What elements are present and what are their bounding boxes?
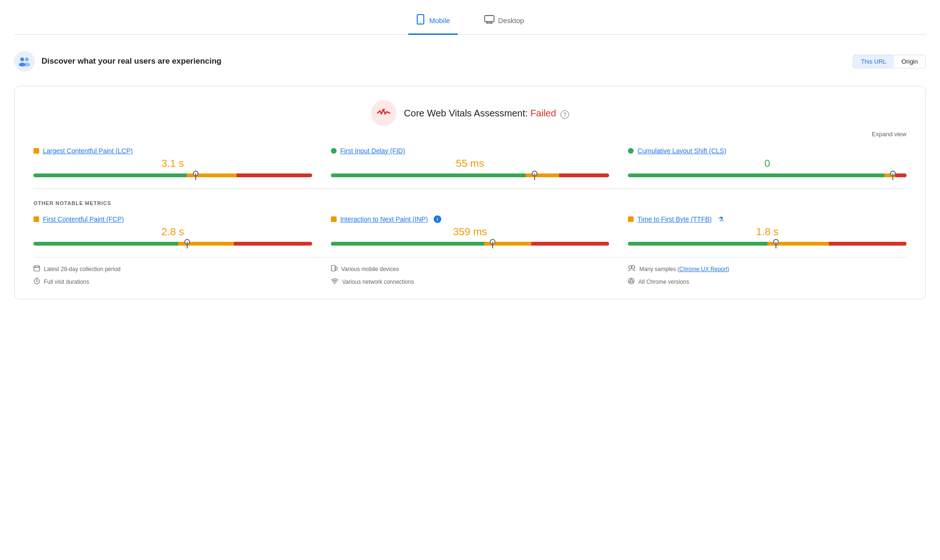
footer-visit-text: Full visit durations xyxy=(44,279,89,285)
footer-mobile-text: Various mobile devices xyxy=(341,266,399,272)
metric-ttfb-label: Time to First Byte (TTFB) ⚗ xyxy=(628,215,907,223)
tab-mobile-label: Mobile xyxy=(429,16,450,25)
svg-line-26 xyxy=(633,281,634,282)
core-metrics-grid: Largest Contentful Paint (LCP) 3.1 s Fir… xyxy=(33,147,907,177)
assessment-header: Core Web Vitals Assessment: Failed ? xyxy=(33,100,907,126)
svg-point-1 xyxy=(420,22,421,23)
metric-ttfb-bar xyxy=(628,242,907,246)
metric-fid-name[interactable]: First Input Delay (FID) xyxy=(340,147,405,155)
metric-lcp-label: Largest Contentful Paint (LCP) xyxy=(33,147,312,155)
metric-inp: Interaction to Next Paint (INP) i 359 ms xyxy=(331,215,610,246)
footer-samples: Many samples (Chrome UX Report) xyxy=(628,265,907,273)
failed-vitals-icon xyxy=(377,107,391,119)
metric-cls-name[interactable]: Cumulative Layout Shift (CLS) xyxy=(637,147,726,155)
metric-fcp-value: 2.8 s xyxy=(33,226,312,238)
network-icon xyxy=(331,278,338,286)
footer-mobile-devices: Various mobile devices xyxy=(331,265,610,273)
ttfb-bar-red xyxy=(829,242,907,246)
metric-cls-dot xyxy=(628,148,634,154)
footer: Latest 28-day collection period Various … xyxy=(33,257,907,286)
assessment-title: Core Web Vitals Assessment: Failed ? xyxy=(404,108,569,119)
metric-lcp-name[interactable]: Largest Contentful Paint (LCP) xyxy=(43,147,133,155)
assessment-status: Failed xyxy=(530,108,556,118)
metric-lcp: Largest Contentful Paint (LCP) 3.1 s xyxy=(33,147,312,177)
lcp-bar-red xyxy=(237,173,312,177)
svg-rect-15 xyxy=(335,267,337,270)
cls-bar-marker xyxy=(892,171,893,180)
fcp-bar-marker xyxy=(187,239,188,248)
footer-collection-period: Latest 28-day collection period xyxy=(33,265,312,273)
metric-cls-label: Cumulative Layout Shift (CLS) xyxy=(628,147,907,155)
tab-mobile[interactable]: Mobile xyxy=(408,9,457,35)
chrome-icon xyxy=(628,278,635,286)
metric-cls-bar xyxy=(628,173,907,177)
metric-lcp-value: 3.1 s xyxy=(33,157,312,170)
desktop-icon xyxy=(484,15,495,26)
svg-point-6 xyxy=(20,58,24,61)
footer-network-text: Various network connections xyxy=(342,279,414,285)
svg-point-7 xyxy=(25,58,29,61)
metric-fid-label: First Input Delay (FID) xyxy=(331,147,610,155)
metric-fid-dot xyxy=(331,148,337,154)
main-card: Core Web Vitals Assessment: Failed ? Exp… xyxy=(14,86,926,299)
metric-fcp: First Contentful Paint (FCP) 2.8 s xyxy=(33,215,312,246)
inp-info-icon[interactable]: i xyxy=(434,215,441,223)
header-title: Discover what your real users are experi… xyxy=(41,57,222,66)
inp-bar-green xyxy=(331,242,484,246)
assessment-help-icon[interactable]: ? xyxy=(561,110,569,119)
cls-bar-green xyxy=(628,173,884,177)
lcp-bar-marker xyxy=(195,171,196,180)
svg-rect-14 xyxy=(331,265,335,271)
ttfb-flask-icon: ⚗ xyxy=(718,215,724,223)
metric-cls-value: 0 xyxy=(628,157,907,170)
footer-chrome-text: All Chrome versions xyxy=(638,279,689,285)
metric-fcp-dot xyxy=(33,216,39,222)
assessment-icon xyxy=(371,100,396,126)
other-metrics-label: OTHER NOTABLE METRICS xyxy=(33,200,907,206)
fid-bar-green xyxy=(331,173,526,177)
svg-rect-10 xyxy=(34,266,40,271)
tab-bar: Mobile Desktop xyxy=(14,9,926,35)
metric-fid-value: 55 ms xyxy=(331,157,610,170)
fid-bar-red xyxy=(559,173,609,177)
metric-ttfb-name[interactable]: Time to First Byte (TTFB) xyxy=(637,215,711,223)
svg-rect-2 xyxy=(485,16,494,22)
inp-bar-marker xyxy=(492,239,493,248)
lcp-bar-green xyxy=(33,173,187,177)
metric-fid: First Input Delay (FID) 55 ms xyxy=(331,147,610,177)
svg-point-22 xyxy=(334,283,335,284)
svg-line-27 xyxy=(629,281,630,282)
this-url-button[interactable]: This URL xyxy=(853,55,894,68)
chrome-ux-report-link[interactable]: Chrome UX Report xyxy=(679,266,727,272)
timer-icon xyxy=(33,278,40,286)
tab-desktop[interactable]: Desktop xyxy=(477,9,532,35)
metric-inp-name[interactable]: Interaction to Next Paint (INP) xyxy=(340,215,428,223)
section-header: Discover what your real users are experi… xyxy=(14,46,926,76)
footer-collection-text: Latest 28-day collection period xyxy=(44,266,121,272)
metric-fcp-name[interactable]: First Contentful Paint (FCP) xyxy=(43,215,124,223)
svg-point-9 xyxy=(24,63,30,66)
url-toggle: This URL Origin xyxy=(853,55,926,68)
expand-view-button[interactable]: Expand view xyxy=(33,131,907,138)
ttfb-bar-marker xyxy=(775,239,776,248)
fcp-bar-green xyxy=(33,242,178,246)
samples-icon xyxy=(628,265,635,273)
metric-inp-label: Interaction to Next Paint (INP) i xyxy=(331,215,610,223)
calendar-icon xyxy=(33,265,40,273)
metric-ttfb: Time to First Byte (TTFB) ⚗ 1.8 s xyxy=(628,215,907,246)
metric-cls: Cumulative Layout Shift (CLS) 0 xyxy=(628,147,907,177)
svg-point-24 xyxy=(630,280,633,282)
header-left: Discover what your real users are experi… xyxy=(14,51,222,72)
metric-fcp-bar xyxy=(33,242,312,246)
fid-bar-orange xyxy=(526,173,559,177)
footer-network: Various network connections xyxy=(331,278,610,286)
metric-ttfb-value: 1.8 s xyxy=(628,226,907,238)
metric-inp-bar xyxy=(331,242,610,246)
metric-lcp-dot xyxy=(33,148,39,154)
mobile-icon xyxy=(416,14,425,27)
metric-inp-value: 359 ms xyxy=(331,226,610,238)
inp-bar-red xyxy=(531,242,609,246)
origin-button[interactable]: Origin xyxy=(894,55,925,68)
tab-desktop-label: Desktop xyxy=(498,16,524,25)
ttfb-bar-green xyxy=(628,242,767,246)
